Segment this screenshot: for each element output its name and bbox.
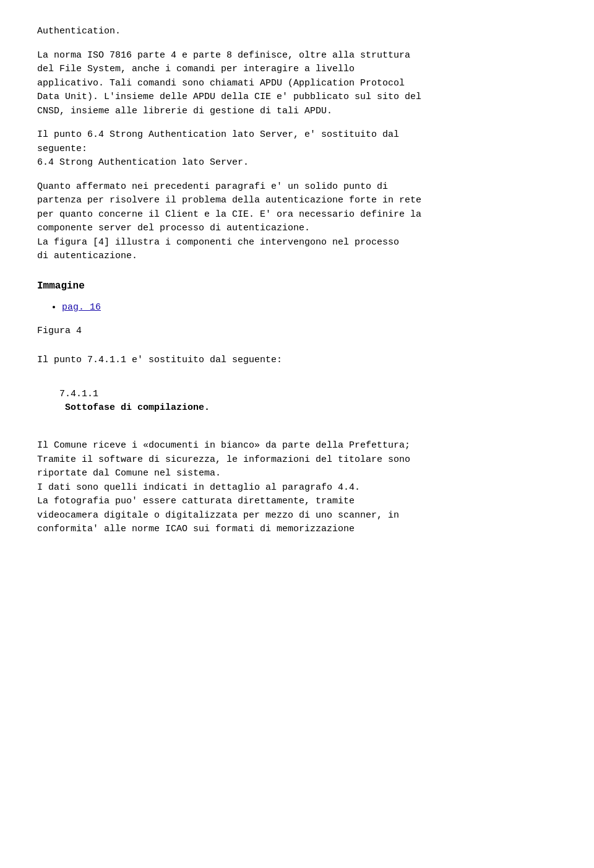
paragraph-5: Il Comune riceve i «documenti in bianco»… [37,439,557,537]
opening-heading: Authentication. [37,25,557,39]
page-link-list: pag. 16 [62,301,557,315]
main-content: Authentication. La norma ISO 7816 parte … [37,25,557,537]
section-heading-line: 7.4.1.1 Sottofase di compilazione. [37,373,557,429]
list-item-page-link: pag. 16 [62,301,557,315]
page-link[interactable]: pag. 16 [62,302,101,313]
section-number: 7.4.1.1 [59,389,98,399]
paragraph-2: Il punto 6.4 Strong Authentication lato … [37,128,557,170]
figura-label: Figura 4 [37,324,557,339]
section-title: Sottofase di compilazione. [65,402,210,413]
paragraph-1: La norma ISO 7816 parte 4 e parte 8 defi… [37,49,557,119]
immagine-label: Immagine [37,279,557,293]
paragraph-4: Il punto 7.4.1.1 e' sostituito dal segue… [37,354,557,368]
paragraph-3: Quanto affermato nei precedenti paragraf… [37,180,557,264]
